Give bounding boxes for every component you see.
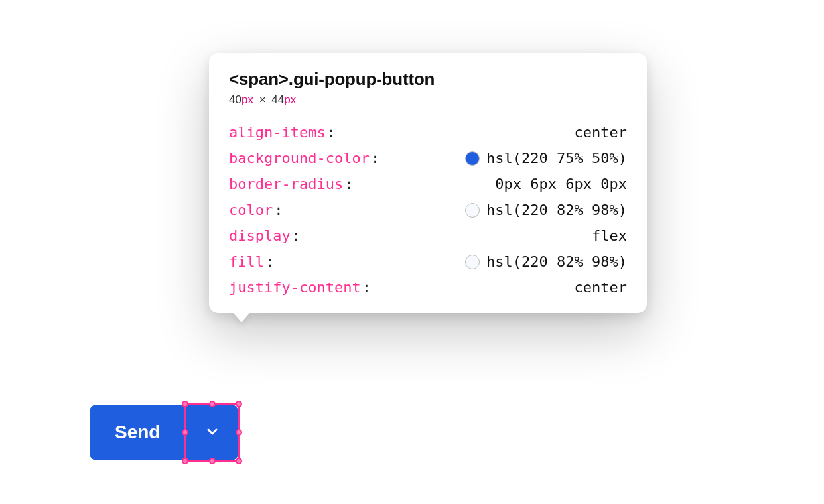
- selection-handle[interactable]: [236, 458, 242, 464]
- css-prop-name: align-items: [229, 124, 336, 141]
- dim-times: ×: [257, 94, 269, 106]
- css-property-row: color hsl(220 82% 98%): [229, 202, 627, 218]
- color-swatch-icon: [465, 151, 480, 166]
- send-button-label: Send: [115, 422, 160, 443]
- css-prop-value: 0px 6px 6px 0px: [495, 176, 627, 192]
- dim-width-unit: px: [241, 94, 253, 106]
- css-property-row: display flex: [229, 227, 627, 244]
- css-prop-value: center: [575, 279, 627, 296]
- css-prop-name: border-radius: [229, 176, 353, 192]
- css-properties-list: align-items center background-color hsl(…: [229, 124, 627, 296]
- dim-width-value: 40: [229, 94, 241, 106]
- css-inspector-tooltip: <span>.gui-popup-button 40px × 44px alig…: [209, 53, 647, 313]
- tooltip-selector: <span>.gui-popup-button: [229, 69, 627, 90]
- send-button[interactable]: Send: [90, 405, 185, 460]
- css-prop-name: background-color: [229, 150, 379, 166]
- selection-handle[interactable]: [209, 458, 216, 464]
- css-prop-name: justify-content: [229, 279, 371, 296]
- css-property-row: justify-content center: [229, 279, 627, 296]
- tooltip-dimensions: 40px × 44px: [229, 94, 627, 107]
- chevron-down-icon: [204, 424, 220, 442]
- dim-height-value: 44: [271, 94, 284, 106]
- css-prop-name: display: [229, 227, 301, 244]
- selection-handle[interactable]: [236, 401, 242, 407]
- color-swatch-icon: [465, 203, 480, 218]
- css-prop-value: hsl(220 75% 50%): [465, 150, 627, 166]
- css-prop-value: center: [575, 124, 627, 141]
- css-property-row: fill hsl(220 82% 98%): [229, 253, 627, 270]
- css-prop-value: hsl(220 82% 98%): [465, 253, 627, 270]
- dim-height-unit: px: [284, 94, 296, 106]
- color-swatch-icon: [465, 255, 480, 269]
- send-popup-button[interactable]: [185, 405, 238, 460]
- stage: <span>.gui-popup-button 40px × 44px alig…: [90, 53, 726, 477]
- send-split-button: Send: [90, 405, 238, 460]
- css-prop-name: color: [229, 202, 283, 218]
- css-property-row: background-color hsl(220 75% 50%): [229, 150, 627, 166]
- css-prop-value: flex: [592, 227, 627, 244]
- selector-class: .gui-popup-button: [289, 69, 435, 89]
- css-prop-name: fill: [229, 253, 274, 270]
- selection-handle[interactable]: [209, 401, 216, 407]
- css-prop-value: hsl(220 82% 98%): [465, 202, 627, 218]
- selector-tag: <span>: [229, 69, 289, 89]
- css-property-row: border-radius 0px 6px 6px 0px: [229, 176, 627, 192]
- selection-handle[interactable]: [236, 429, 242, 436]
- css-property-row: align-items center: [229, 124, 627, 141]
